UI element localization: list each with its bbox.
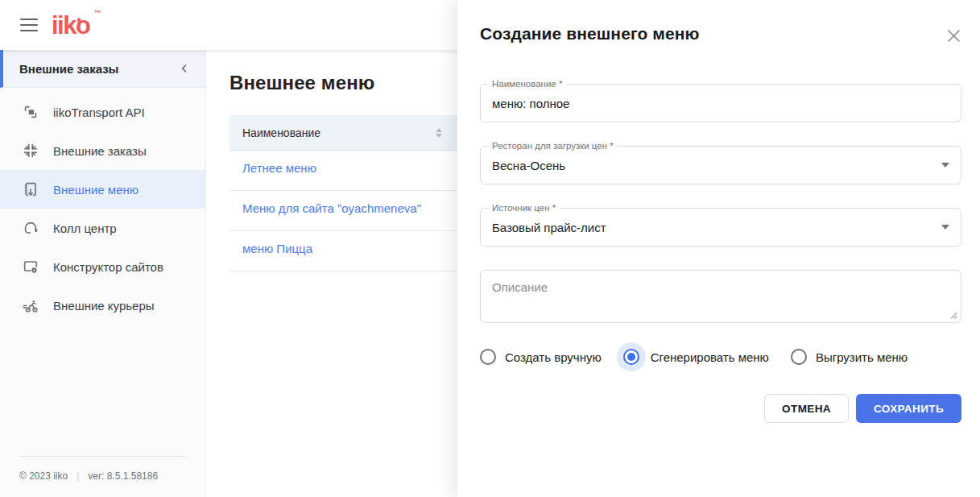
sidebar-item-label: Конструктор сайтов bbox=[53, 260, 163, 274]
sidebar-item-label: Внешние заказы bbox=[53, 144, 147, 158]
compress-icon bbox=[21, 141, 40, 160]
hamburger-menu-icon[interactable] bbox=[20, 19, 38, 31]
logo-text: iiko bbox=[52, 11, 89, 39]
cancel-button[interactable]: ОТМЕНА bbox=[764, 394, 849, 423]
modal-title: Создание внешнего меню bbox=[480, 24, 700, 43]
radio-upload-menu[interactable]: Выгрузить меню bbox=[791, 349, 908, 365]
resize-handle-icon[interactable] bbox=[949, 311, 957, 319]
create-external-menu-modal: Создание внешнего меню Наименование * Ре… bbox=[457, 0, 980, 497]
sidebar-item-external-menus[interactable]: Внешние меню bbox=[0, 170, 205, 209]
save-button[interactable]: СОХРАНИТЬ bbox=[856, 394, 961, 423]
logo-trademark: ™ bbox=[93, 10, 101, 17]
description-textarea[interactable] bbox=[481, 271, 961, 322]
restaurant-select-value: Весна-Осень bbox=[492, 159, 565, 172]
radio-generate-menu[interactable]: Сгенерировать меню bbox=[623, 349, 769, 365]
radio-label: Создать вручную bbox=[505, 350, 602, 364]
footer-divider bbox=[19, 456, 186, 457]
sidebar-footer: © 2023 iiko | ver: 8.5.1.58186 bbox=[0, 456, 205, 497]
name-input[interactable] bbox=[481, 85, 961, 122]
close-icon[interactable] bbox=[944, 26, 963, 45]
restaurant-select-label: Ресторан для загрузки цен * bbox=[488, 141, 618, 151]
headset-icon bbox=[21, 218, 40, 238]
radio-circle-icon bbox=[623, 349, 639, 365]
sidebar-nav: iikoTransport API Внешние заказы bbox=[0, 88, 205, 325]
price-source-select-label: Источник цен * bbox=[488, 203, 560, 213]
sidebar-item-call-center[interactable]: Колл центр bbox=[0, 209, 205, 247]
price-source-select[interactable]: Источник цен * Базовый прайс-лист bbox=[480, 208, 961, 246]
site-builder-icon bbox=[21, 257, 40, 276]
menu-link[interactable]: Летнее меню bbox=[242, 161, 316, 175]
version-text: ver: 8.5.1.58186 bbox=[88, 470, 158, 482]
menu-link[interactable]: меню Пицца bbox=[242, 242, 312, 255]
name-field-label: Наименование * bbox=[488, 79, 566, 89]
name-field: Наименование * bbox=[480, 84, 961, 122]
courier-icon bbox=[21, 296, 40, 315]
app-root: iiko ™ Внешние заказы bbox=[0, 0, 980, 497]
radio-label: Сгенерировать меню bbox=[651, 350, 769, 364]
caret-down-icon bbox=[941, 225, 949, 230]
modal-actions: ОТМЕНА СОХРАНИТЬ bbox=[480, 394, 961, 423]
chevron-left-icon[interactable] bbox=[175, 59, 194, 78]
sidebar-item-external-couriers[interactable]: Внешние курьеры bbox=[0, 286, 205, 325]
price-source-select-value: Базовый прайс-лист bbox=[492, 221, 606, 234]
restaurant-select[interactable]: Ресторан для загрузки цен * Весна-Осень bbox=[480, 146, 961, 184]
api-icon bbox=[21, 102, 40, 122]
sidebar-item-site-builder[interactable]: Конструктор сайтов bbox=[0, 247, 205, 286]
sidebar-header[interactable]: Внешние заказы bbox=[0, 50, 205, 88]
sidebar: Внешние заказы iikoTransport API bbox=[0, 50, 206, 497]
menu-link[interactable]: Меню для сайта "oyachmeneva" bbox=[242, 201, 421, 215]
radio-create-manually[interactable]: Создать вручную bbox=[480, 349, 602, 365]
sidebar-item-label: Внешние курьеры bbox=[53, 299, 155, 313]
chef-figure-icon bbox=[75, 6, 83, 31]
radio-label: Выгрузить меню bbox=[816, 350, 908, 364]
description-field bbox=[480, 270, 961, 323]
creation-mode-radio-group: Создать вручную Сгенерировать меню Выгру… bbox=[480, 342, 961, 371]
sidebar-item-label: Внешние меню bbox=[53, 183, 139, 197]
sidebar-item-external-orders[interactable]: Внешние заказы bbox=[0, 131, 205, 170]
caret-down-icon bbox=[941, 163, 949, 168]
sidebar-item-iikotransport-api[interactable]: iikoTransport API bbox=[0, 93, 205, 131]
sidebar-item-label: iikoTransport API bbox=[53, 106, 145, 119]
footer-separator: | bbox=[76, 470, 79, 482]
radio-circle-icon bbox=[791, 349, 807, 365]
menu-book-icon bbox=[21, 180, 40, 199]
sidebar-item-label: Колл центр bbox=[53, 222, 117, 235]
sidebar-header-label: Внешние заказы bbox=[19, 62, 118, 76]
radio-circle-icon bbox=[480, 349, 496, 365]
copyright-text: © 2023 iiko bbox=[19, 470, 68, 482]
column-header-name: Наименование bbox=[242, 126, 320, 139]
sort-arrows-icon[interactable] bbox=[436, 128, 442, 138]
iiko-logo: iiko ™ bbox=[52, 13, 101, 38]
